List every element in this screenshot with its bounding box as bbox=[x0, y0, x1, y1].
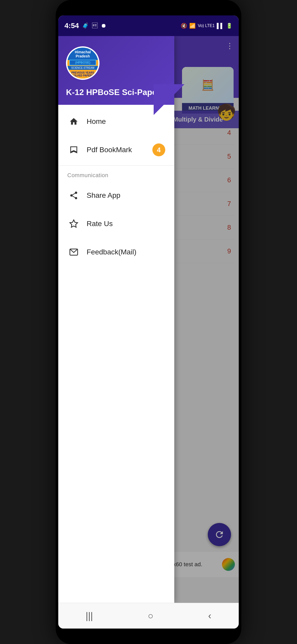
drawer-item-rate[interactable]: Rate Us bbox=[58, 210, 174, 238]
bookmark-icon bbox=[67, 143, 80, 156]
app-logo: Himachal Pradesh (HPBOSE) SCIENCE-STREAM… bbox=[66, 46, 100, 80]
bookmark-count-badge: 4 bbox=[152, 143, 165, 156]
facebook-icon:  bbox=[92, 22, 98, 29]
bottom-nav: ||| ○ ‹ bbox=[58, 603, 239, 629]
mute-icon: 🔇 bbox=[181, 23, 187, 29]
logo-years: PREVIOUS YEARS SOLVED PAPERS bbox=[67, 70, 98, 79]
communication-section-label: Communication bbox=[58, 167, 174, 181]
share-icon bbox=[67, 189, 80, 202]
drawer-header: Himachal Pradesh (HPBOSE) SCIENCE-STREAM… bbox=[58, 36, 174, 105]
briefcase-icon: 🧳 bbox=[82, 22, 89, 29]
status-bar: 4:54 🧳  ⏺ 🔇 📶 Vo) LTE1 ▌▌ 🔋 bbox=[58, 15, 239, 36]
wifi-icon: 📶 bbox=[189, 23, 196, 29]
logo-org: (HPBOSE) bbox=[69, 60, 96, 65]
drawer-menu: Home Pdf BookMark 4 bbox=[58, 105, 174, 603]
drawer-item-share[interactable]: Share App bbox=[58, 181, 174, 210]
record-icon: ⏺ bbox=[101, 22, 106, 29]
share-app-label: Share App bbox=[87, 191, 120, 200]
logo-stream: SCIENCE-STREAM bbox=[67, 66, 98, 70]
battery-icon: 🔋 bbox=[226, 23, 233, 29]
bookmark-label: Pdf BookMark bbox=[87, 146, 132, 154]
rate-us-label: Rate Us bbox=[87, 220, 113, 228]
drawer-item-feedback[interactable]: Feedback(Mail) bbox=[58, 238, 174, 266]
logo-inner: Himachal Pradesh (HPBOSE) SCIENCE-STREAM… bbox=[67, 48, 98, 79]
signal-icon: ▌▌ bbox=[217, 23, 224, 29]
home-label: Home bbox=[87, 117, 106, 126]
phone-frame: 4:54 🧳  ⏺ 🔇 📶 Vo) LTE1 ▌▌ 🔋 ⋮ bbox=[56, 0, 241, 644]
lte-label: Vo) LTE1 bbox=[198, 23, 215, 28]
status-left: 4:54 🧳  ⏺ bbox=[64, 22, 106, 30]
home-icon bbox=[67, 115, 80, 128]
main-content: ⋮ 🧮 MATH LEARNING Multiply & Divide 🧒 bbox=[58, 36, 239, 603]
status-right: 🔇 📶 Vo) LTE1 ▌▌ 🔋 bbox=[181, 23, 233, 29]
phone-screen: 4:54 🧳  ⏺ 🔇 📶 Vo) LTE1 ▌▌ 🔋 ⋮ bbox=[58, 15, 239, 629]
nav-drawer: Himachal Pradesh (HPBOSE) SCIENCE-STREAM… bbox=[58, 36, 174, 603]
mail-icon bbox=[67, 246, 80, 259]
status-time: 4:54 bbox=[64, 22, 79, 30]
star-icon bbox=[67, 217, 80, 230]
feedback-label: Feedback(Mail) bbox=[87, 248, 136, 256]
back-button[interactable]: ‹ bbox=[201, 608, 219, 624]
drawer-divider bbox=[58, 165, 174, 166]
recents-button[interactable]: ||| bbox=[78, 608, 101, 624]
home-button[interactable]: ○ bbox=[140, 608, 161, 624]
drawer-dim-overlay[interactable] bbox=[169, 36, 239, 603]
drawer-item-bookmark[interactable]: Pdf BookMark 4 bbox=[58, 136, 174, 164]
drawer-app-title: K-12 HPBoSE Sci-Papers bbox=[66, 88, 167, 97]
logo-state: Himachal Pradesh bbox=[67, 48, 98, 59]
